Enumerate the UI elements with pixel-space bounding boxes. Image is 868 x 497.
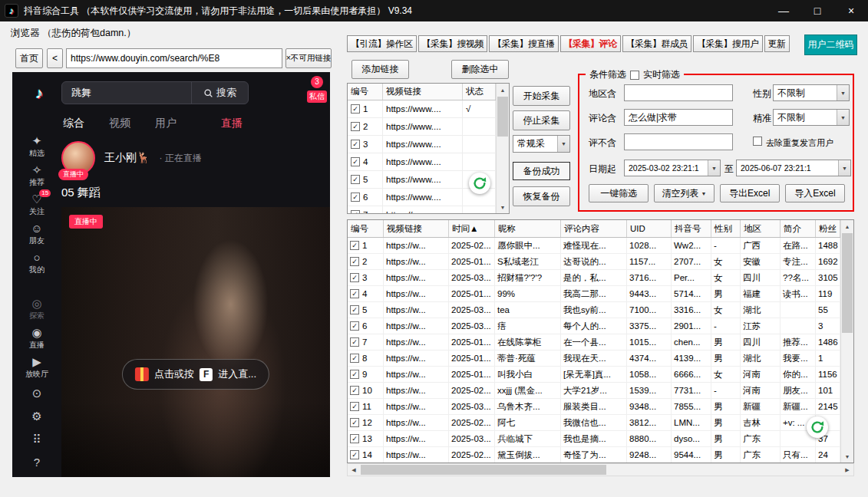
douyin-tab-视频[interactable]: 视频 [109,117,130,130]
table-row[interactable]: ✓2https://w...2025-01...S私域老江达哥说的...1157… [348,254,853,270]
column-header[interactable]: UID [627,220,672,237]
link-table-scrollbar[interactable]: ▲ ▼ [496,84,509,213]
scroll-thumb[interactable] [497,97,508,137]
link-row[interactable]: ✓7https://www.... [348,206,509,214]
sidebar-item-explore[interactable]: ◎探索 [29,295,45,324]
tab-【采集】群成员[interactable]: 【采集】群成员 [622,35,692,52]
douyin-tab-直播[interactable]: 直播 [221,117,243,130]
comment-contains-input[interactable] [624,109,733,126]
column-header[interactable]: 地区 [741,220,781,237]
table-row[interactable]: ✓3https://w...2025-03...招财猫?'?'?是的，私...3… [348,270,853,286]
sidebar-item-hotspot[interactable]: ⊙ [32,382,42,405]
column-header[interactable]: 抖音号 [672,220,711,237]
restore-backup-button[interactable]: 恢复备份 [513,186,570,206]
sidebar-item-cinema[interactable]: ▶放映厅 [25,353,48,382]
sidebar-item-help[interactable]: ? [34,451,40,474]
column-header[interactable]: 评论内容 [561,220,627,237]
row-checkbox[interactable]: ✓ [351,104,360,114]
row-checkbox[interactable]: ✓ [351,140,360,149]
row-checkbox[interactable]: ✓ [351,122,360,131]
clear-list-button[interactable]: 清空列表▼ [654,184,714,202]
live-video-preview[interactable]: 直播中 点击或按 F 进入直... [61,207,330,477]
row-checkbox[interactable]: ✓ [351,157,360,166]
minimize-button[interactable]: — [767,0,800,21]
table-row[interactable]: ✓1https://w...2025-02...愿你眼中...难怪现在...10… [348,238,853,254]
close-button[interactable]: × [834,0,868,21]
link-row[interactable]: ✓1https://www....√ [348,100,509,118]
column-header[interactable]: 时间▲ [449,220,495,237]
tab-【采集】搜视频[interactable]: 【采集】搜视频 [418,35,488,52]
row-checkbox[interactable]: ✓ [350,386,359,395]
table-row[interactable]: ✓4https://w...2025-01...99%我高二那...9443..… [348,286,853,302]
scroll-up-icon[interactable]: ▲ [497,84,509,96]
collect-mode-select[interactable]: 常规采 ▼ [513,135,570,153]
row-checkbox[interactable]: ✓ [350,370,359,379]
tab-【采集】搜直播[interactable]: 【采集】搜直播 [489,35,559,52]
add-link-button[interactable]: 添加链接 [351,60,409,79]
sidebar-item-settings[interactable]: ⚙ [31,405,41,428]
tab-【引流】操作区[interactable]: 【引流】操作区 [347,35,417,52]
column-header[interactable]: 昵称 [495,220,561,237]
live-user-name[interactable]: 王小刚🦌 [104,151,150,165]
scroll-thumb[interactable] [361,465,606,475]
result-table-hscrollbar[interactable]: ◀ ▶ [347,463,854,476]
sidebar-item-featured[interactable]: ✦精选 [29,132,45,161]
user-qrcode-button[interactable]: 用户二维码 [804,35,857,55]
douyin-search-button[interactable]: 搜索 [191,82,248,104]
table-row[interactable]: ✓9https://w...2025-01...叫我小白[呆无辜]真...105… [348,367,853,383]
sidebar-item-more-grid[interactable]: ⠿ [33,428,41,451]
stop-collect-button[interactable]: 停止采集 [513,110,570,130]
gender-select[interactable]: 不限制 ▼ [773,84,850,101]
table-row[interactable]: ✓8https://w...2025-01...蒂普·死蕴我现在天...4374… [348,351,853,367]
one-click-filter-button[interactable]: 一键筛选 [589,184,649,202]
sidebar-item-friends[interactable]: ☺朋友 [29,219,45,248]
row-checkbox[interactable]: ✓ [350,450,359,459]
row-checkbox[interactable]: ✓ [350,273,359,282]
url-input[interactable] [66,48,282,68]
douyin-tab-综合[interactable]: 综合 [63,117,84,130]
dedupe-checkbox[interactable] [753,137,762,146]
column-header[interactable]: 状态 [463,84,496,100]
table-row[interactable]: ✓10https://w...2025-02...xxjjj (黑金...大学2… [348,383,853,399]
sidebar-item-profile[interactable]: ○我的 [29,248,45,278]
scroll-right-icon[interactable]: ▶ [841,464,853,476]
region-input[interactable] [624,84,733,101]
column-header[interactable]: 性别 [711,220,741,237]
row-checkbox[interactable]: ✓ [350,402,359,411]
row-checkbox[interactable]: ✓ [350,257,359,266]
home-button[interactable]: 首页 [15,48,43,68]
date-from-select[interactable]: 2025-03-02 23:21:1 ▼ [624,160,721,176]
chevron-down-icon[interactable]: ▼ [557,136,569,152]
tab-【采集】搜用户[interactable]: 【采集】搜用户 [693,35,763,52]
precise-select[interactable]: 不限制 ▼ [773,109,850,126]
row-checkbox[interactable]: ✓ [350,418,359,427]
link-row[interactable]: ✓3https://www.... [348,136,509,153]
message-entry[interactable]: 3 私信 [305,76,328,103]
comment-excludes-input[interactable] [624,133,733,150]
maximize-button[interactable]: □ [800,0,834,21]
sidebar-item-live[interactable]: ◉直播 [29,324,45,353]
column-header[interactable]: 简介 [781,220,816,237]
column-header[interactable]: 视频链接 [384,220,449,237]
invalid-link-button[interactable]: ×不可用链接 [285,48,332,68]
link-row[interactable]: ✓2https://www.... [348,118,509,136]
row-checkbox[interactable]: ✓ [351,193,360,202]
table-row[interactable]: ✓6https://w...2025-03...痦每个人的...3375...2… [348,318,853,334]
table-row[interactable]: ✓13https://w...2025-03...兵临城下我也是摘...8880… [348,431,853,447]
row-checkbox[interactable]: ✓ [350,337,359,347]
scroll-thumb[interactable] [842,233,853,333]
scroll-down-icon[interactable]: ▼ [497,201,509,213]
realtime-filter-checkbox[interactable] [630,71,639,80]
chevron-down-icon[interactable]: ▼ [837,85,849,100]
date-to-select[interactable]: 2025-06-07 23:21:1 ▼ [736,160,851,176]
back-button[interactable]: < [47,48,63,68]
scroll-up-icon[interactable]: ▲ [841,220,853,232]
table-row[interactable]: ✓7https://w...2025-01...在线陈掌柜在一个县...1015… [348,334,853,351]
export-excel-button[interactable]: 导出Excel [720,184,780,202]
douyin-search-bar[interactable]: 跳舞 搜索 [61,81,249,104]
start-collect-button[interactable]: 开始采集 [513,86,570,106]
chevron-down-icon[interactable]: ▼ [708,160,720,176]
chevron-down-icon[interactable]: ▼ [837,110,849,125]
table-row[interactable]: ✓5https://w...2025-03...tea我也sy前...7100.… [348,302,853,318]
scroll-left-icon[interactable]: ◀ [348,464,360,476]
